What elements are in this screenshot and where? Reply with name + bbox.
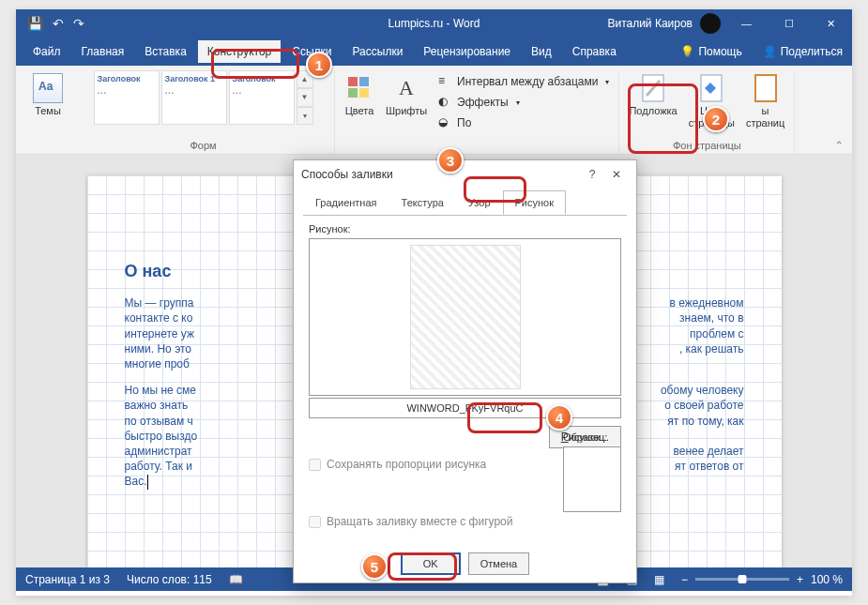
quick-access-toolbar: 💾 ↶ ↷ (16, 16, 84, 31)
maximize-button[interactable]: ☐ (768, 9, 810, 38)
fonts-icon: A (391, 73, 421, 103)
view-web-icon[interactable]: ▦ (654, 573, 664, 586)
group-label: Форм (190, 140, 216, 153)
share-button[interactable]: 👤Поделиться (754, 40, 852, 63)
annotation-2: 2 (703, 106, 729, 132)
ribbon-tabs: Файл Главная Вставка Конструктор Ссылки … (16, 38, 852, 66)
zoom-level[interactable]: 100 % (811, 573, 843, 586)
colors-icon (344, 73, 374, 103)
svg-rect-2 (348, 88, 358, 98)
avatar (700, 13, 721, 34)
page-borders-button[interactable]: ы страниц (742, 70, 788, 131)
tab-texture[interactable]: Текстура (389, 190, 456, 215)
picture-preview (309, 238, 621, 396)
spacing-icon: ≡ (438, 74, 453, 89)
sample-box (563, 446, 621, 512)
tab-review[interactable]: Рецензирование (414, 40, 520, 63)
svg-rect-3 (359, 88, 369, 98)
page-color-icon (696, 73, 726, 103)
zoom-in[interactable]: + (797, 573, 803, 586)
rotate-fill-checkbox[interactable]: Вращать заливку вместе с фигурой (309, 515, 512, 528)
tab-help[interactable]: Справка (563, 40, 626, 63)
picture-label: Рисунок: (309, 223, 621, 234)
checkbox-input[interactable] (309, 459, 321, 471)
annotation-box-5 (388, 552, 457, 581)
user-account[interactable]: Виталий Каиров (607, 13, 721, 34)
word-count[interactable]: Число слов: 115 (127, 573, 212, 586)
annotation-1: 1 (306, 52, 332, 78)
window-buttons: — ☐ ✕ (725, 9, 852, 38)
close-button[interactable]: ✕ (810, 9, 852, 38)
tab-home[interactable]: Главная (72, 40, 134, 63)
minimize-button[interactable]: — (725, 9, 768, 38)
annotation-3: 3 (437, 147, 464, 174)
svg-rect-7 (755, 75, 776, 101)
tab-view[interactable]: Вид (522, 40, 561, 63)
gallery-item[interactable]: Заголовок... (94, 70, 160, 125)
annotation-5: 5 (361, 553, 388, 580)
zoom-control: − + 100 % (681, 573, 843, 586)
ribbon: Темы Заголовок... Заголовок 1... Заголов… (16, 66, 852, 155)
titlebar: 💾 ↶ ↷ Lumpics.ru - Word Виталий Каиров —… (16, 9, 852, 38)
themes-button[interactable]: Темы (29, 70, 67, 120)
preview-sheet (410, 245, 521, 389)
user-name: Виталий Каиров (607, 17, 693, 30)
svg-rect-1 (359, 77, 369, 86)
save-icon[interactable]: 💾 (27, 16, 43, 31)
themes-icon (33, 73, 63, 103)
tab-mailings[interactable]: Рассылки (343, 40, 412, 63)
tab-gradient[interactable]: Градиентная (303, 190, 389, 215)
annotation-box-2 (628, 83, 698, 154)
picture-filename: WINWORD_FKyFVRquC (309, 398, 621, 418)
colors-button[interactable]: Цвета (341, 70, 378, 120)
zoom-out[interactable]: − (681, 573, 688, 586)
paragraph-spacing[interactable]: ≡Интервал между абзацами▾ (434, 72, 613, 91)
sample-area: Образец: (563, 431, 621, 512)
dialog-close-button[interactable]: ✕ (604, 168, 629, 181)
annotation-box-1 (211, 49, 299, 79)
effects-button[interactable]: ◐Эффекты▾ (434, 93, 613, 112)
effects-icon: ◐ (438, 95, 453, 110)
redo-icon[interactable]: ↷ (73, 16, 84, 31)
dialog-title: Способы заливки (301, 168, 393, 181)
dialog-help-button[interactable]: ? (580, 168, 604, 181)
tab-file[interactable]: Файл (23, 40, 70, 63)
gallery-scroll[interactable]: ▲▼▾ (297, 70, 313, 125)
collapse-ribbon-icon[interactable]: ⌃ (835, 140, 843, 150)
tell-me[interactable]: 💡Помощь (671, 40, 751, 63)
cancel-button[interactable]: Отмена (468, 552, 529, 575)
page-indicator[interactable]: Страница 1 из 3 (25, 573, 110, 586)
text-cursor (147, 475, 148, 490)
spellcheck-icon[interactable]: 📖 (229, 573, 243, 586)
set-default[interactable]: ◒По (434, 113, 613, 132)
sample-label: Образец: (563, 431, 621, 443)
fonts-button[interactable]: A Шрифты (382, 70, 431, 120)
undo-icon[interactable]: ↶ (53, 16, 64, 31)
dialog-body: Рисунок: WINWORD_FKyFVRquC Рисунок... Со… (303, 215, 627, 541)
zoom-slider[interactable] (695, 578, 789, 581)
dialog-footer: OK Отмена (294, 552, 636, 575)
tab-insert[interactable]: Вставка (135, 40, 196, 63)
annotation-box-4 (467, 402, 542, 433)
window-title: Lumpics.ru - Word (388, 17, 480, 30)
checkbox-input[interactable] (309, 516, 321, 528)
borders-icon (751, 73, 781, 103)
annotation-box-3 (464, 176, 526, 203)
default-icon: ◒ (438, 115, 453, 130)
annotation-4: 4 (546, 404, 572, 431)
fill-effects-dialog: Способы заливки ? ✕ Градиентная Текстура… (293, 159, 637, 583)
svg-rect-0 (348, 77, 358, 86)
